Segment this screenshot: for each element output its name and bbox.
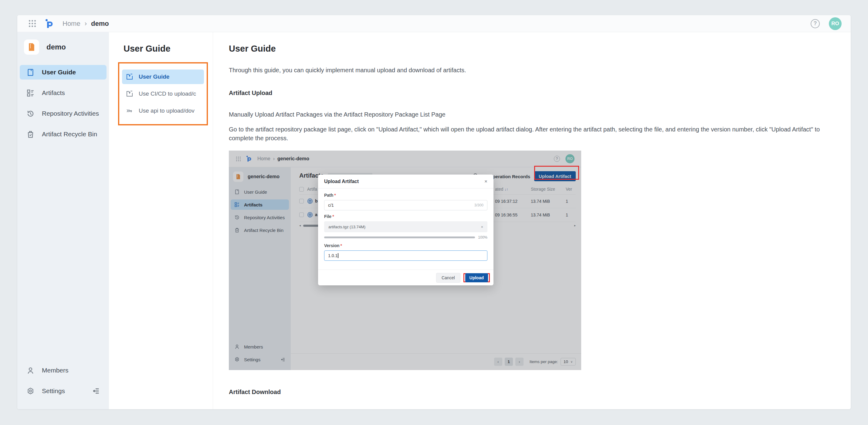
gear-icon [26,387,35,395]
breadcrumb: Home › demo [63,20,109,28]
artifacts-grid-icon [26,89,35,97]
sidebar-item-repository-activities[interactable]: Repository Activities [20,106,106,121]
remove-file-icon: × [481,225,483,229]
intro-paragraph: Through this guide, you can quickly impl… [229,66,833,75]
guide-panel-title: User Guide [109,44,213,54]
sidebar-item-artifacts[interactable]: Artifacts [20,86,106,100]
sidebar-item-settings[interactable]: Settings [20,384,106,398]
text-cursor [338,253,338,258]
project-header: demo [17,39,109,55]
sidebar-item-user-guide[interactable]: User Guide [20,65,106,80]
breadcrumb-current: demo [91,20,109,28]
collapse-sidebar-icon[interactable] [91,387,100,395]
upload-confirm-button: Upload [465,273,488,282]
guide-nav-panel: User Guide User Guide Use CI/CD to uploa… [109,32,213,409]
project-icon [24,39,39,55]
page-title: User Guide [229,44,833,54]
embedded-screenshot: Home › generic-demo ? RO generic-dem [229,151,581,370]
sidebar-item-label: Members [42,367,69,374]
book-icon [26,68,35,77]
cancel-button: Cancel [436,273,460,283]
version-label: Version* [324,243,488,248]
required-mark: * [332,214,334,219]
selected-file-chip: artifacts.tgz (13.74M) × [324,221,488,232]
history-icon [26,110,35,118]
modal-title: Upload Artifact [324,179,359,184]
folder-upload-icon [126,90,133,97]
project-sidebar: demo User Guide Artifacts Repository Act… [17,32,109,409]
sidebar-item-label: Artifact Recycle Bin [42,130,97,138]
upload-section-subheading: Manually Upload Artifact Packages via th… [229,110,833,119]
close-icon: × [485,179,488,185]
path-input: c/1 3/300 [324,200,488,210]
upload-artifact-modal: Upload Artifact × Path* c/1 3/300 File* … [318,175,494,285]
breadcrumb-home[interactable]: Home [63,20,81,28]
red-annotation-box-upload-confirm: Upload [463,273,490,282]
breadcrumb-separator: › [85,20,87,28]
upload-section-heading: Artifact Upload [229,89,833,97]
guide-item-label: Use CI/CD to upload/c [139,90,196,97]
version-input: 1.0.1 [324,250,488,261]
person-icon [26,366,35,374]
guide-item-cicd[interactable]: Use CI/CD to upload/c [122,87,204,101]
char-counter: 3/300 [474,203,484,207]
file-label: File* [324,214,488,219]
sidebar-item-label: Repository Activities [42,110,99,117]
upload-progress-bar [324,237,475,238]
recycle-bin-icon [26,130,35,139]
top-bar: Home › demo ? RO [17,15,851,32]
guide-item-label: User Guide [139,73,169,80]
guide-item-user-guide[interactable]: User Guide [122,69,204,84]
sidebar-item-label: Settings [42,387,65,395]
sidebar-item-members[interactable]: Members [20,363,106,377]
download-section-subheading: Manually Download Artifacts via the Arti… [229,408,833,409]
orange-annotation-box: User Guide Use CI/CD to upload/c Use api… [118,62,208,125]
project-name: demo [46,43,66,51]
user-avatar[interactable]: RO [829,17,842,30]
upload-progress-text: 100% [478,235,488,240]
app-window: Home › demo ? RO demo User Guide Arti [17,15,851,409]
guide-item-label: Use api to upload/dov [139,108,194,114]
download-section-heading: Artifact Download [229,388,833,396]
upload-section-body: Go to the artifact repository package li… [229,125,833,143]
sidebar-item-label: User Guide [42,69,76,76]
required-mark: * [334,193,336,198]
guide-item-api[interactable]: Use api to upload/dov [122,103,204,118]
sidebar-item-label: Artifacts [42,89,65,96]
required-mark: * [341,243,342,248]
help-icon[interactable]: ? [811,19,820,28]
app-launcher-icon[interactable] [28,20,36,28]
red-annotation-box-upload-button [534,166,579,180]
brand-logo-icon[interactable] [44,18,55,29]
path-label: Path* [324,193,488,198]
main-content: User Guide Through this guide, you can q… [213,32,851,409]
sidebar-item-artifact-recycle-bin[interactable]: Artifact Recycle Bin [20,127,106,142]
api-icon [126,107,133,115]
folder-upload-icon [126,73,133,81]
